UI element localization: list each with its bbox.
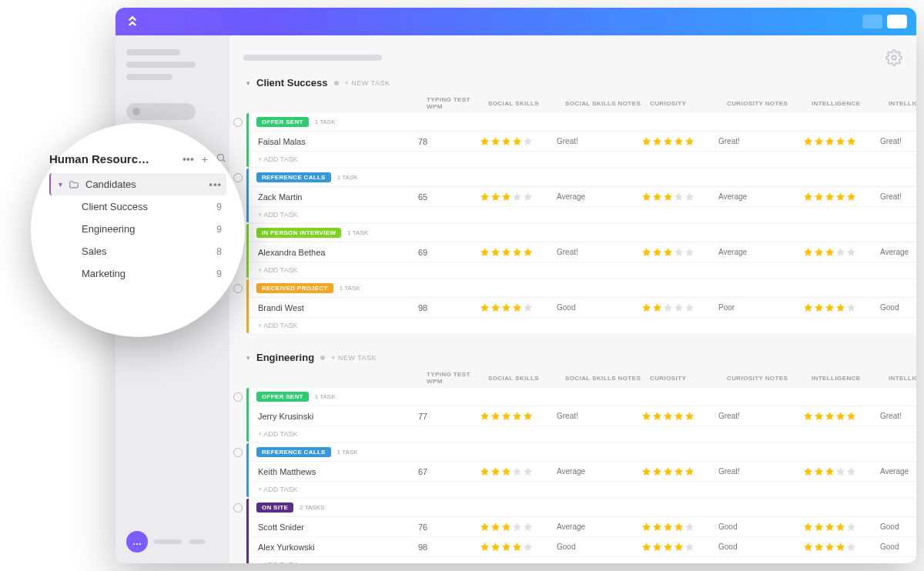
sidebar-item-candidates[interactable]: ▾ Candidates •••	[49, 173, 226, 195]
group-header[interactable]: OFFER SENT1 TASK	[249, 388, 916, 406]
group-header[interactable]: REFERENCE CALLS1 TASK	[249, 443, 916, 461]
new-task-button[interactable]: + NEW TASK	[345, 79, 390, 87]
star-icon	[663, 522, 673, 532]
candidate-name: Jerry Krusinski	[258, 412, 418, 421]
star-rating[interactable]	[641, 192, 718, 202]
add-task-button[interactable]: + ADD TASK	[249, 206, 916, 222]
star-rating[interactable]	[480, 466, 557, 476]
collapse-circle-icon[interactable]	[233, 392, 243, 402]
titlebar	[116, 8, 916, 35]
sidebar-item[interactable]: Engineering9	[72, 218, 226, 240]
star-rating[interactable]	[480, 302, 557, 312]
sidebar-item[interactable]: Marketing9	[72, 262, 226, 285]
star-icon	[814, 466, 824, 476]
search-pill[interactable]	[126, 103, 196, 120]
status-pill[interactable]: OFFER SENT	[256, 392, 309, 402]
star-rating[interactable]	[480, 542, 557, 552]
sidebar-item[interactable]: Client Success9	[72, 195, 226, 218]
star-icon	[846, 247, 856, 257]
star-rating[interactable]	[641, 136, 718, 146]
gear-icon[interactable]	[886, 49, 902, 66]
caret-down-icon[interactable]: ▾	[246, 354, 250, 362]
star-rating[interactable]	[803, 302, 880, 312]
task-row[interactable]: Alex Yurkowski98GoodGoodGoodAver	[249, 536, 916, 556]
caret-down-icon[interactable]: ▾	[246, 79, 250, 87]
collapse-circle-icon[interactable]	[233, 173, 243, 182]
task-group: IN PERSON INTERVIEW1 TASKAlexandra Bethe…	[246, 224, 916, 278]
search-icon[interactable]	[216, 152, 226, 165]
column-header: INTELLIGENCE	[812, 375, 889, 382]
star-rating[interactable]	[803, 522, 880, 532]
star-rating[interactable]	[803, 247, 880, 257]
star-rating[interactable]	[480, 411, 557, 421]
star-rating[interactable]	[641, 247, 718, 257]
group-header[interactable]: ON SITE2 TASKS	[249, 499, 916, 516]
group-header[interactable]: REFERENCE CALLS1 TASK	[249, 169, 916, 186]
group-header[interactable]: IN PERSON INTERVIEW1 TASK	[249, 224, 916, 242]
status-pill[interactable]: ON SITE	[256, 503, 293, 513]
star-icon	[846, 192, 856, 202]
status-pill[interactable]: REFERENCE CALLS	[256, 447, 331, 457]
star-icon	[652, 247, 662, 257]
item-more-icon[interactable]: •••	[209, 179, 222, 190]
group-header[interactable]: OFFER SENT1 TASK	[249, 113, 916, 131]
add-task-button[interactable]: + ADD TASK	[249, 481, 916, 497]
collapse-circle-icon[interactable]	[233, 503, 243, 513]
star-rating[interactable]	[803, 136, 880, 146]
more-icon[interactable]: •••	[182, 153, 194, 165]
task-row[interactable]: Brandi West98GoodPoorGoodAver	[249, 297, 916, 317]
add-task-button[interactable]: + ADD TASK	[249, 556, 916, 563]
task-row[interactable]: Scott Snider76AverageGoodGoodAver	[249, 516, 916, 536]
star-rating[interactable]	[641, 466, 718, 476]
task-row[interactable]: Keith Matthews67AverageGreat!AverageGood	[249, 461, 916, 481]
note-value: Good	[880, 303, 916, 312]
star-rating[interactable]	[480, 136, 557, 146]
status-pill[interactable]: OFFER SENT	[256, 117, 309, 127]
column-header: TYPING TEST WPM	[427, 371, 488, 385]
star-icon	[663, 411, 673, 421]
star-icon	[825, 411, 835, 421]
star-rating[interactable]	[641, 302, 718, 312]
star-icon	[825, 542, 835, 552]
star-rating[interactable]	[803, 192, 880, 202]
add-task-button[interactable]: + ADD TASK	[249, 317, 916, 333]
sidebar-item[interactable]: Sales8	[72, 240, 226, 262]
star-rating[interactable]	[641, 411, 718, 421]
chat-button[interactable]	[126, 531, 148, 553]
task-row[interactable]: Faisal Malas78Great!Great!Great!Great	[249, 131, 916, 151]
star-icon	[490, 302, 500, 312]
star-rating[interactable]	[803, 411, 880, 421]
collapse-circle-icon[interactable]	[233, 448, 243, 457]
status-pill[interactable]: RECEIVED PROJECT	[256, 283, 333, 293]
status-pill[interactable]: REFERENCE CALLS	[256, 172, 331, 182]
star-rating[interactable]	[641, 522, 718, 532]
new-task-button[interactable]: + NEW TASK	[331, 354, 377, 362]
star-rating[interactable]	[480, 192, 557, 202]
window-maximize-button[interactable]	[887, 15, 907, 28]
item-count: 9	[216, 269, 222, 279]
status-pill[interactable]: IN PERSON INTERVIEW	[256, 228, 341, 238]
add-task-button[interactable]: + ADD TASK	[249, 262, 916, 278]
star-rating[interactable]	[480, 247, 557, 257]
placeholder-bar	[126, 74, 172, 80]
star-rating[interactable]	[803, 542, 880, 552]
add-task-button[interactable]: + ADD TASK	[249, 151, 916, 167]
collapse-circle-icon[interactable]	[233, 284, 243, 293]
task-row[interactable]: Alexandra Bethea69Great!AverageAverageAv…	[249, 242, 916, 262]
star-icon	[652, 542, 662, 552]
star-icon	[674, 466, 684, 476]
star-icon	[641, 136, 651, 146]
window-minimize-button[interactable]	[862, 15, 882, 28]
star-rating[interactable]	[641, 542, 718, 552]
task-group: ON SITE2 TASKSScott Snider76AverageGoodG…	[246, 499, 916, 563]
collapse-circle-icon[interactable]	[233, 118, 243, 127]
add-task-button[interactable]: + ADD TASK	[249, 426, 916, 442]
group-header[interactable]: RECEIVED PROJECT1 TASK	[249, 279, 916, 297]
star-icon	[480, 466, 490, 476]
task-row[interactable]: Zack Martin65AverageAverageGreat!Good	[249, 186, 916, 206]
add-icon[interactable]: +	[202, 153, 208, 165]
star-icon	[523, 542, 533, 552]
star-rating[interactable]	[803, 466, 880, 476]
task-row[interactable]: Jerry Krusinski77Great!Great!Great!Great	[249, 406, 916, 426]
star-rating[interactable]	[480, 522, 557, 532]
